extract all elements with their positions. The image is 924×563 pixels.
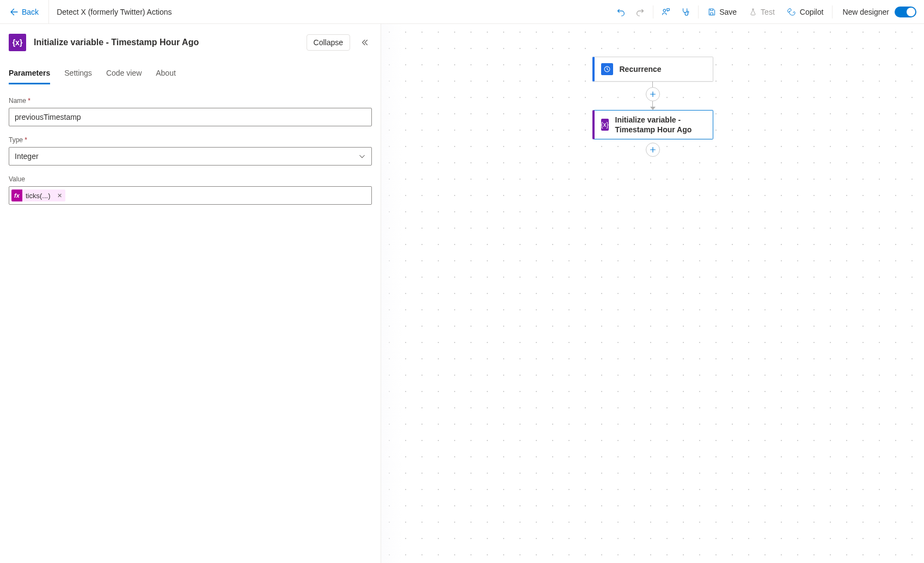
value-field: Value fx ticks(...) ✕ bbox=[9, 175, 372, 205]
copilot-button[interactable]: Copilot bbox=[782, 4, 828, 20]
properties-panel: {x} Initialize variable - Timestamp Hour… bbox=[0, 24, 381, 563]
type-label: Type bbox=[9, 136, 372, 144]
connector-end bbox=[646, 143, 660, 157]
token-remove-button[interactable]: ✕ bbox=[54, 192, 65, 199]
stethoscope-icon bbox=[681, 7, 690, 17]
svg-point-0 bbox=[663, 9, 666, 12]
designer-canvas[interactable]: Recurrence {x} Initialize variable - Tim… bbox=[381, 24, 924, 563]
type-field: Type Integer bbox=[9, 136, 372, 166]
flow-title: Detect X (formerly Twitter) Actions bbox=[53, 8, 175, 16]
tab-parameters[interactable]: Parameters bbox=[9, 65, 50, 84]
save-button-label: Save bbox=[719, 8, 737, 16]
tab-settings[interactable]: Settings bbox=[64, 65, 92, 84]
chevron-double-left-icon bbox=[360, 38, 370, 47]
value-input[interactable]: fx ticks(...) ✕ bbox=[9, 186, 372, 205]
variable-icon: {x} bbox=[601, 119, 609, 131]
node-recurrence[interactable]: Recurrence bbox=[592, 57, 713, 82]
copilot-button-label: Copilot bbox=[800, 8, 824, 16]
save-button[interactable]: Save bbox=[703, 4, 741, 20]
undo-icon bbox=[616, 7, 626, 17]
fx-icon: fx bbox=[11, 189, 22, 201]
expression-token[interactable]: fx ticks(...) ✕ bbox=[11, 189, 65, 201]
svg-point-1 bbox=[687, 11, 689, 13]
name-label: Name bbox=[9, 97, 372, 105]
undo-button[interactable] bbox=[613, 4, 629, 20]
topbar-right: Save Test Copilot New designer bbox=[613, 4, 920, 20]
arrow-left-icon bbox=[10, 8, 19, 16]
add-step-button[interactable] bbox=[646, 143, 660, 157]
save-icon bbox=[707, 8, 716, 16]
connector-line bbox=[652, 82, 653, 87]
panel-header: {x} Initialize variable - Timestamp Hour… bbox=[9, 34, 372, 51]
redo-icon bbox=[635, 7, 645, 17]
divider bbox=[653, 5, 653, 19]
tab-about[interactable]: About bbox=[156, 65, 176, 84]
value-label: Value bbox=[9, 175, 372, 183]
type-select[interactable]: Integer bbox=[9, 147, 372, 166]
tab-code-view[interactable]: Code view bbox=[106, 65, 142, 84]
token-text: ticks(...) bbox=[22, 192, 54, 200]
checker-button[interactable] bbox=[677, 4, 694, 20]
topbar-left: Back Detect X (formerly Twitter) Actions bbox=[4, 0, 175, 24]
back-button[interactable]: Back bbox=[4, 5, 44, 19]
person-feedback-icon bbox=[661, 7, 671, 17]
copilot-icon bbox=[787, 7, 797, 17]
collapse-chevron-button[interactable] bbox=[358, 35, 372, 50]
divider bbox=[698, 5, 699, 19]
main: {x} Initialize variable - Timestamp Hour… bbox=[0, 24, 924, 563]
variable-icon: {x} bbox=[9, 34, 26, 51]
connector bbox=[646, 82, 660, 110]
new-designer-toggle[interactable] bbox=[895, 7, 916, 17]
divider bbox=[832, 5, 833, 19]
collapse-button[interactable]: Collapse bbox=[307, 34, 350, 51]
clock-icon bbox=[601, 63, 613, 75]
topbar: Back Detect X (formerly Twitter) Actions… bbox=[0, 0, 924, 24]
test-icon bbox=[749, 8, 757, 16]
new-designer-toggle-group: New designer bbox=[837, 7, 920, 17]
tabs: Parameters Settings Code view About bbox=[9, 65, 372, 85]
feedback-button[interactable] bbox=[658, 4, 674, 20]
type-select-value: Integer bbox=[15, 152, 39, 161]
redo-button[interactable] bbox=[632, 4, 648, 20]
back-button-label: Back bbox=[22, 8, 39, 16]
name-input[interactable] bbox=[9, 108, 372, 126]
connector-line bbox=[652, 101, 653, 107]
node-initialize-variable[interactable]: {x} Initialize variable - Timestamp Hour… bbox=[592, 110, 713, 139]
node-variable-label: Initialize variable - Timestamp Hour Ago bbox=[615, 115, 706, 134]
new-designer-label: New designer bbox=[842, 8, 889, 16]
test-button-label: Test bbox=[761, 8, 775, 16]
name-field: Name bbox=[9, 97, 372, 126]
node-recurrence-label: Recurrence bbox=[620, 64, 662, 74]
add-step-button[interactable] bbox=[646, 87, 660, 101]
test-button[interactable]: Test bbox=[744, 4, 779, 20]
panel-title: Initialize variable - Timestamp Hour Ago bbox=[34, 38, 299, 47]
divider bbox=[48, 0, 49, 24]
chevron-down-icon bbox=[358, 152, 366, 160]
flow-graph: Recurrence {x} Initialize variable - Tim… bbox=[592, 57, 713, 157]
parameters-form: Name Type Integer Value fx ticks(...) bbox=[9, 97, 372, 205]
toggle-knob bbox=[907, 8, 915, 16]
